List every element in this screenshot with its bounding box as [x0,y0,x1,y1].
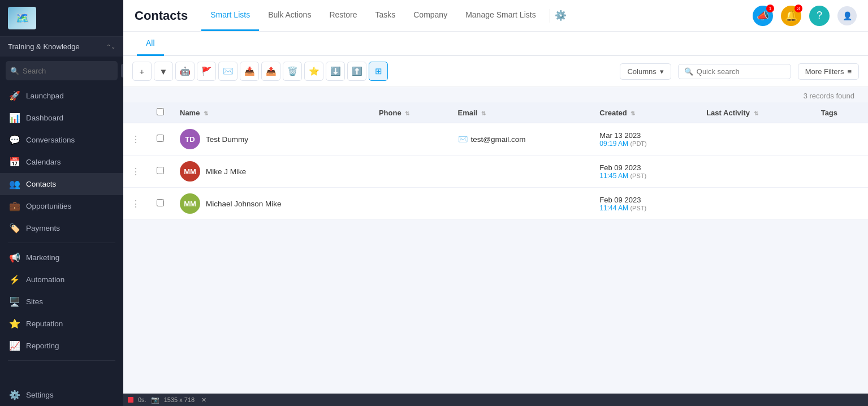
sidebar-item-label: Settings [26,391,54,399]
contact-avatar: TD [180,129,200,149]
notification-button[interactable]: 🔔 3 [781,6,801,26]
settings-icon: ⚙️ [9,390,20,400]
contact-avatar: MM [180,161,200,182]
more-filters-button[interactable]: More Filters ≡ [798,63,859,80]
row-tags-cell [813,123,868,156]
tab-divider [550,9,550,23]
upload-button[interactable]: ⬆️ [347,62,366,81]
email-button[interactable]: ✉️ [218,62,237,81]
sidebar-item-sites-label: Sites [26,297,43,306]
row-menu-icon[interactable]: ⋮ [131,135,141,144]
row-name-cell[interactable]: MM Michael Johnson Mike [172,188,371,220]
dimensions: 868 x 406 [164,396,195,403]
row-phone-cell [371,123,450,156]
row-checkbox[interactable] [157,199,164,206]
row-actions-cell: ⋮ [123,123,149,156]
quick-search-input[interactable] [697,67,785,76]
th-actions [123,102,149,123]
topbar-left: Contacts Smart ListsBulk ActionsRestoreT… [135,0,567,31]
star-button[interactable]: ⭐ [304,62,323,81]
sidebar-item-dashboard[interactable]: 📊 Dashboard [0,107,123,129]
tab-manage-smart-lists[interactable]: Manage Smart Lists [456,0,545,31]
sidebar-item-payments-label: Payments [26,224,60,232]
row-phone-cell [371,188,450,220]
row-checkbox[interactable] [157,167,164,174]
sidebar-item-launchpad[interactable]: 🚀 Launchpad [0,85,123,107]
conversations-icon: 💬 [9,135,20,145]
tab-company[interactable]: Company [404,0,456,31]
phone-sort-icon[interactable]: ⇅ [405,110,409,116]
email-sort-icon[interactable]: ⇅ [481,110,486,116]
grid-button[interactable]: ⊞ [369,62,388,81]
sidebar-item-reporting[interactable]: 📈 Reporting [0,335,123,357]
row-name-cell[interactable]: TD Test Dummy [172,123,371,156]
sidebar: 🗺️ Training & Knowledge ⌃⌄ 🔍 ctrl K + 🚀 … [0,0,123,406]
add-contact-button[interactable]: + [132,62,152,81]
settings-gear-icon[interactable]: ⚙️ [555,10,567,21]
row-phone-cell [371,156,450,188]
row-name-cell[interactable]: MM Mike J Mike [172,156,371,188]
created-sort-icon[interactable]: ⇅ [631,110,635,116]
delete-button[interactable]: 🗑️ [283,62,302,81]
statusbar: 0s. 📷 868 x 406 ✕ [123,394,868,406]
announcement-badge: 1 [766,5,774,12]
page-tabs: Smart ListsBulk ActionsRestoreTasksCompa… [201,0,567,31]
table-header-row: Name ⇅ Phone ⇅ Email ⇅ Created [123,102,868,123]
columns-label: Columns [627,67,656,76]
name-sort-icon[interactable]: ⇅ [204,110,208,116]
sidebar-item-payments[interactable]: 🏷️ Payments [0,217,123,239]
close-button[interactable]: ✕ [201,396,206,404]
page-title: Contacts [135,8,188,23]
sidebar-knowledge-selector[interactable]: Training & Knowledge ⌃⌄ [0,37,123,57]
sidebar-item-automation[interactable]: ⚡ Automation [0,269,123,291]
tab-bulk-actions[interactable]: Bulk Actions [259,0,320,31]
select-all-checkbox[interactable] [157,108,164,115]
row-email-cell [450,156,592,188]
columns-button[interactable]: Columns ▾ [620,63,671,80]
tab-smart-lists[interactable]: Smart Lists [201,0,259,31]
sidebar-item-sites[interactable]: 🖥️ Sites [0,291,123,313]
launchpad-icon: 🚀 [9,90,20,101]
sidebar-item-contacts[interactable]: 👥 Contacts [0,173,123,195]
download-button[interactable]: ⬇️ [326,62,345,81]
sidebar-item-settings[interactable]: ⚙️ Settings [0,384,123,406]
row-checkbox[interactable] [157,135,164,142]
row-checkbox-cell [149,156,172,188]
sidebar-item-calendars-label: Calendars [26,158,61,166]
row-actions-cell: ⋮ [123,188,149,220]
tab-restore[interactable]: Restore [320,0,366,31]
sidebar-item-automation-label: Automation [26,275,64,284]
filter-button[interactable]: ▼ [154,62,173,81]
import-button[interactable]: 📥 [240,62,259,81]
bot-button[interactable]: 🤖 [175,62,195,81]
sidebar-item-marketing[interactable]: 📢 Marketing [0,247,123,269]
row-menu-icon[interactable]: ⋮ [131,167,141,176]
search-input[interactable] [23,67,118,75]
sidebar-item-opportunities[interactable]: 💼 Opportunities [0,195,123,217]
quick-search-container: 🔍 [678,64,791,79]
last-activity-sort-icon[interactable]: ⇅ [754,110,758,116]
sidebar-item-reputation[interactable]: ⭐ Reputation [0,313,123,335]
sidebar-item-dashboard-label: Dashboard [26,114,63,122]
user-avatar[interactable]: 👤 [837,6,857,25]
row-tags-cell [813,156,868,188]
payments-icon: 🏷️ [9,223,20,234]
created-date: Feb 09 2023 [599,196,690,204]
row-menu-icon[interactable]: ⋮ [131,199,141,209]
sidebar-item-conversations[interactable]: 💬 Conversations [0,129,123,151]
help-button[interactable]: ? [809,6,830,26]
more-filters-label: More Filters [805,67,844,76]
filter-tab-all[interactable]: All [137,32,164,56]
sidebar-item-conversations-label: Conversations [26,136,75,144]
announcement-button[interactable]: 📣 1 [753,6,773,26]
row-created-cell: Feb 09 2023 11:45 AM (PST) [591,156,698,188]
nav-divider [8,360,115,361]
sidebar-item-calendars[interactable]: 📅 Calendars [0,151,123,173]
flag-button[interactable]: 🚩 [197,62,216,81]
tab-tasks[interactable]: Tasks [366,0,404,31]
sites-icon: 🖥️ [9,296,20,307]
created-time: 11:44 AM (PST) [599,204,690,212]
contacts-tbody: ⋮ TD Test Dummy ✉️test@gmail.com Mar 13 … [123,123,868,220]
question-icon: ? [817,10,822,21]
export-button[interactable]: 📤 [261,62,280,81]
